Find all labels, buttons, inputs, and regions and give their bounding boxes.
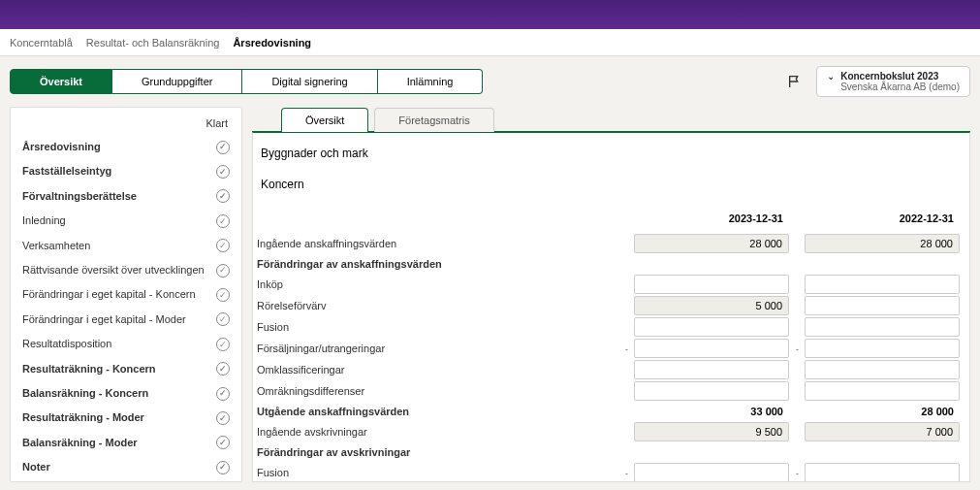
sidebar-item-8[interactable]: Resultatdisposition✓ (11, 332, 241, 356)
row-label: Ingående avskrivningar (257, 423, 618, 441)
value-cell[interactable] (634, 275, 789, 294)
sidebar-item-label: Resultaträkning - Koncern (22, 362, 156, 376)
value-cell[interactable] (805, 317, 960, 337)
row-label: Försäljningar/utrangeringar (257, 340, 618, 357)
account-title: Koncernbokslut 2023 (840, 71, 960, 82)
sidebar-item-10[interactable]: Balansräkning - Koncern✓ (11, 381, 241, 406)
neg-sign: - (622, 343, 630, 354)
pill-2[interactable]: Digital signering (242, 69, 377, 94)
neg-sign: - (793, 343, 801, 354)
check-circle-icon: ✓ (216, 461, 230, 474)
account-selector[interactable]: ⌄ Koncernbokslut 2023 Svenska Åkarna AB … (816, 66, 970, 97)
top-tab-1[interactable]: Resultat- och Balansräkning (86, 31, 220, 54)
value-cell[interactable] (634, 317, 789, 337)
account-subtitle: Svenska Åkarna AB (demo) (840, 82, 960, 92)
check-circle-icon: ✓ (216, 312, 230, 326)
row-label: Rörelseförvärv (257, 297, 618, 314)
check-circle-icon: ✓ (216, 338, 230, 351)
value-cell[interactable] (805, 381, 960, 401)
top-tab-0[interactable]: Koncerntablå (10, 31, 73, 54)
value-cell[interactable] (805, 275, 960, 294)
check-circle-icon: ✓ (216, 141, 230, 154)
sidebar-item-label: Balansräkning - Moder (22, 436, 138, 450)
sidebar-item-12[interactable]: Balansräkning - Moder✓ (11, 431, 241, 455)
pill-1[interactable]: Grunduppgifter (112, 69, 242, 94)
sidebar-item-label: Balansräkning - Koncern (22, 386, 148, 401)
check-circle-icon: ✓ (216, 387, 230, 401)
row-label: Fusion (257, 464, 618, 481)
sub-toolbar: ÖversiktGrunduppgifterDigital signeringI… (0, 56, 980, 107)
value-cell[interactable] (805, 360, 960, 379)
inner-tab-1[interactable]: Företagsmatris (374, 108, 493, 132)
sidebar-item-5[interactable]: Rättvisande översikt över utvecklingen✓ (11, 258, 241, 282)
sidebar-item-4[interactable]: Verksamheten✓ (11, 234, 241, 258)
sidebar-item-label: Noter (22, 460, 50, 474)
check-circle-icon: ✓ (216, 214, 230, 228)
value-cell[interactable] (634, 360, 789, 379)
value-cell[interactable] (634, 339, 789, 358)
sidebar-item-7[interactable]: Förändringar i eget kapital - Moder✓ (11, 308, 241, 332)
sidebar-item-6[interactable]: Förändringar i eget kapital - Koncern✓ (11, 282, 241, 307)
col-header-0: 2023-12-31 (634, 211, 789, 232)
sidebar-item-13[interactable]: Noter✓ (11, 455, 241, 479)
inner-tab-0[interactable]: Översikt (281, 108, 368, 132)
main-panel: ÖversiktFöretagsmatris Byggnader och mar… (252, 107, 970, 482)
sidebar-item-label: Förändringar i eget kapital - Koncern (22, 287, 196, 302)
panel-title: Byggnader och mark (257, 143, 960, 174)
sidebar-item-1[interactable]: Fastställelseintyg✓ (11, 159, 241, 183)
sidebar-item-3[interactable]: Inledning✓ (11, 209, 241, 233)
pill-0[interactable]: Översikt (10, 69, 112, 94)
sum-cell: 33 000 (634, 404, 789, 419)
pill-3[interactable]: Inlämning (378, 69, 484, 94)
row-label: Utgående anskaffningsvärden (257, 403, 618, 420)
sidebar-item-label: Verksamheten (22, 239, 90, 253)
sum-cell: 28 000 (805, 404, 960, 419)
top-banner (0, 0, 980, 29)
sidebar: Klart Årsredovisning✓Fastställelseintyg✓… (10, 107, 242, 482)
inner-tabs: ÖversiktFöretagsmatris (252, 107, 970, 132)
sidebar-item-0[interactable]: Årsredovisning✓ (11, 135, 241, 159)
sidebar-item-label: Årsredovisning (22, 140, 101, 154)
sidebar-item-11[interactable]: Resultaträkning - Moder✓ (11, 406, 241, 430)
value-cell (634, 296, 789, 315)
row-label: Förändringar av avskrivningar (257, 443, 618, 461)
sidebar-item-label: Resultatdisposition (22, 337, 111, 351)
check-circle-icon: ✓ (216, 189, 230, 203)
top-tab-2[interactable]: Årsredovisning (233, 31, 311, 54)
value-cell[interactable] (805, 296, 960, 315)
value-cell[interactable] (805, 339, 960, 358)
sidebar-item-label: Fastställelseintyg (22, 164, 111, 179)
value-cell[interactable] (805, 463, 960, 482)
sidebar-header: Klart (11, 108, 241, 135)
sidebar-item-9[interactable]: Resultaträkning - Koncern✓ (11, 357, 241, 381)
value-cell[interactable] (634, 381, 789, 401)
row-label: Ingående anskaffningsvärden (257, 235, 618, 252)
value-cell (634, 422, 789, 441)
neg-sign: - (622, 468, 630, 478)
sidebar-item-14[interactable]: Ändra ordning på noterna (11, 479, 241, 482)
value-cell (805, 234, 960, 253)
value-cell (805, 422, 960, 441)
check-circle-icon: ✓ (216, 436, 230, 449)
check-circle-icon: ✓ (216, 239, 230, 252)
row-label: Omräkningsdifferenser (257, 382, 618, 400)
value-cell (634, 234, 789, 253)
value-cell[interactable] (634, 463, 789, 482)
check-circle-icon: ✓ (216, 264, 230, 278)
row-label: Inköp (257, 276, 618, 293)
chevron-down-icon: ⌄ (827, 72, 835, 82)
neg-sign: - (793, 468, 801, 478)
sidebar-item-label: Rättvisande översikt över utvecklingen (22, 263, 205, 278)
check-circle-icon: ✓ (216, 411, 230, 425)
panel-subtitle: Koncern (257, 174, 960, 211)
top-tabs: KoncerntablåResultat- och BalansräkningÅ… (0, 29, 980, 56)
row-label: Omklassificeringar (257, 361, 618, 378)
sidebar-item-label: Förvaltningsberättelse (22, 189, 137, 204)
check-circle-icon: ✓ (216, 362, 230, 376)
flag-icon[interactable] (787, 74, 803, 89)
sidebar-item-label: Resultaträkning - Moder (22, 410, 144, 425)
row-label: Fusion (257, 318, 618, 336)
sidebar-item-2[interactable]: Förvaltningsberättelse✓ (11, 184, 241, 209)
sidebar-item-label: Förändringar i eget kapital - Moder (22, 312, 186, 327)
pill-tabs: ÖversiktGrunduppgifterDigital signeringI… (10, 69, 483, 94)
